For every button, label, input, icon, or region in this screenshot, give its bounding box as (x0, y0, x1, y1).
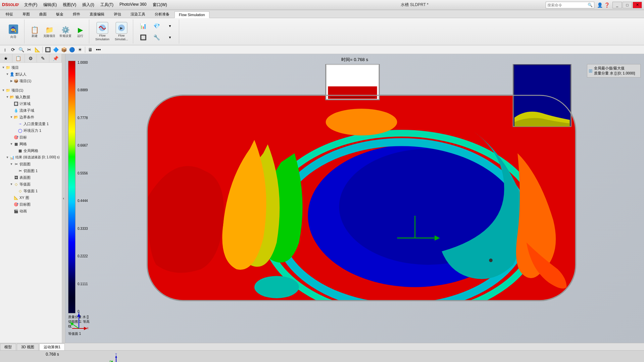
bottom-tab-model[interactable]: 模型 (0, 344, 16, 350)
expander-icon[interactable] (13, 122, 17, 126)
tree-item-input-data[interactable]: ▼ 📂 输入数据 (1, 94, 60, 100)
rotate-tool[interactable]: ⟳ (9, 46, 17, 53)
menu-photoview[interactable]: PhotoView 360 (117, 1, 149, 8)
tab-evaluate[interactable]: 评估 (109, 10, 126, 18)
arrow-down-button[interactable]: ▼ (164, 20, 176, 31)
menu-file[interactable]: 文件(F) (21, 1, 40, 8)
tree-item-xy-plot[interactable]: 📐 XY 图 (1, 194, 60, 201)
tab-surface[interactable]: 曲面 (35, 10, 51, 18)
expander-icon[interactable] (13, 128, 17, 133)
tree-item-surface-plots[interactable]: 🖼 表面图 (1, 174, 60, 181)
more-tool[interactable]: ••• (95, 46, 102, 53)
menu-insert[interactable]: 插入(I) (80, 1, 97, 8)
new-project-button[interactable]: 📋 新建 (29, 24, 41, 39)
menu-window[interactable]: 窗口(W) (150, 1, 170, 8)
tab-direct-editing[interactable]: 直接编辑 (85, 10, 109, 18)
tree-item-cut-plot-1[interactable]: ✂ 切面图 1 (1, 167, 60, 174)
bottom-tab-motion[interactable]: 运动算例1 (39, 344, 65, 350)
tree-item-goal-plot[interactable]: 🎯 目标图 (1, 201, 60, 208)
tree-item-isosurface-1[interactable]: ◇ 等值面 1 (1, 188, 60, 194)
expander-icon[interactable]: ▼ (5, 95, 9, 99)
flow-sim-button-1[interactable]: FlowSimulation (93, 20, 111, 43)
feature-tab-star[interactable]: ★ (0, 54, 12, 62)
tree-item-compute-domain[interactable]: 🔲 计算域 (1, 100, 60, 107)
wizard-button[interactable]: 🧙 向导 (5, 22, 21, 40)
close-button[interactable]: ✕ (633, 2, 642, 8)
expander-icon[interactable]: ▼ (9, 142, 13, 146)
tree-item-isosurfaces[interactable]: ▼ ◇ 等值面 (1, 181, 60, 188)
expander-icon[interactable]: ▶ (9, 79, 13, 83)
extra-btn-1[interactable]: 🔲 (137, 32, 149, 43)
sphere-tool[interactable]: 🔷 (52, 46, 59, 53)
tree-item-animation[interactable]: 🎬 动画 (1, 208, 60, 214)
tree-item-default[interactable]: ▼ 👤 默认人 (1, 71, 60, 77)
expander-icon[interactable] (9, 209, 13, 213)
orient-tool[interactable]: ↕ (1, 46, 9, 53)
expander-icon[interactable]: ▼ (9, 162, 13, 166)
tree-item-project1-main[interactable]: ▼ 📁 项目(1) (1, 87, 60, 94)
tab-sheetmetal[interactable]: 钣金 (52, 10, 68, 18)
sun-tool[interactable]: ☀ (76, 46, 84, 53)
box-tool[interactable]: 🔲 (44, 46, 51, 53)
feature-tab-edit[interactable]: ✎ (37, 54, 49, 62)
flow-sim-extra-button[interactable]: 💎 (151, 20, 163, 31)
help-icon[interactable]: ❓ (604, 2, 610, 8)
search-bar[interactable]: 🔍 (546, 2, 594, 8)
search-input[interactable] (547, 3, 588, 7)
menu-tools[interactable]: 工具(T) (98, 1, 116, 8)
tree-item-global-mesh[interactable]: ▦ 全局网格 (1, 147, 60, 154)
tab-features[interactable]: 特征 (1, 10, 17, 18)
tab-sketch[interactable]: 草图 (18, 10, 34, 18)
measure-tool[interactable]: 📐 (34, 46, 41, 53)
clone-project-button[interactable]: 📁 克隆项目 (42, 24, 57, 39)
expander-icon[interactable] (9, 202, 13, 206)
expander-icon[interactable] (9, 108, 13, 112)
tab-analysis-prep[interactable]: 分析准备 (150, 10, 174, 18)
expander-icon[interactable] (13, 189, 17, 193)
package-tool[interactable]: 📦 (60, 46, 67, 53)
tree-item-mesh[interactable]: ▼ ▦ 网格 (1, 141, 60, 147)
expander-icon[interactable]: ▼ (9, 115, 13, 119)
boundary-button[interactable]: 📊 (137, 20, 149, 31)
bottom-tab-3d[interactable]: 3D 视图 (17, 344, 39, 350)
tab-flow-simulation[interactable]: Flow Simulation (175, 11, 209, 18)
expander-icon[interactable] (13, 169, 17, 173)
tree-item-goals[interactable]: 🎯 目标 (1, 134, 60, 141)
expander-icon[interactable] (9, 175, 13, 179)
cut-tool[interactable]: ✂ (26, 46, 33, 53)
tree-item-boundary-conditions[interactable]: ▼ 📂 边界条件 (1, 114, 60, 120)
maximize-button[interactable]: □ (623, 2, 632, 8)
expander-icon[interactable] (13, 149, 17, 153)
expander-icon[interactable] (9, 135, 13, 139)
tree-item-project-root[interactable]: ▼ 📁 项目 (1, 64, 60, 71)
panel-collapse-handle[interactable]: ‹ (62, 54, 65, 343)
expander-icon[interactable]: ▼ (5, 72, 9, 76)
tree-item-cut-plots[interactable]: ▼ ✂ 切面图 (1, 161, 60, 167)
feature-tab-settings[interactable]: ⚙ (25, 54, 37, 62)
menu-view[interactable]: 视图(V) (60, 1, 79, 8)
run-button[interactable]: ▶ 运行 (74, 24, 86, 39)
tree-item-project1[interactable]: ▶ 📦 项目(1) (1, 77, 60, 84)
expander-icon[interactable] (9, 102, 13, 106)
feature-tab-list[interactable]: 📋 (12, 54, 25, 62)
tree-item-results[interactable]: ▼ 📊 结果 (筛选滤液器 [0; 1.000] s) (1, 154, 60, 161)
feature-tab-pin[interactable]: 📌 (49, 54, 62, 62)
monitor-tool[interactable]: 🖥 (87, 46, 94, 53)
expander-icon[interactable]: ▼ (5, 155, 9, 159)
general-settings-button[interactable]: ⚙️ 常规设置 (58, 24, 73, 39)
zoom-tool[interactable]: 🔍 (17, 46, 25, 53)
extra-btn-2[interactable]: 🔧 (151, 32, 163, 43)
tab-weldments[interactable]: 焊件 (68, 10, 85, 18)
expander-icon[interactable]: ▼ (1, 88, 5, 92)
tree-item-ambient-pressure[interactable]: ◯ 环境压力 1 (1, 127, 60, 134)
flow-sim-button-2[interactable]: ▶ FlowSimulati... (113, 20, 130, 43)
circle-tool[interactable]: 🔵 (68, 46, 76, 53)
expander-icon[interactable]: ▼ (1, 65, 5, 69)
menu-edit[interactable]: 编辑(E) (41, 1, 59, 8)
tab-render-tools[interactable]: 渲染工具 (126, 10, 150, 18)
minimize-button[interactable]: _ (612, 2, 622, 8)
tree-item-fluid-subdomain[interactable]: 💧 流体子域 (1, 107, 60, 114)
extra-btn-3[interactable]: ▼ (164, 32, 176, 43)
tree-item-inlet-flow[interactable]: → 入口质量流量 1 (1, 120, 60, 127)
expander-icon[interactable] (9, 196, 13, 200)
